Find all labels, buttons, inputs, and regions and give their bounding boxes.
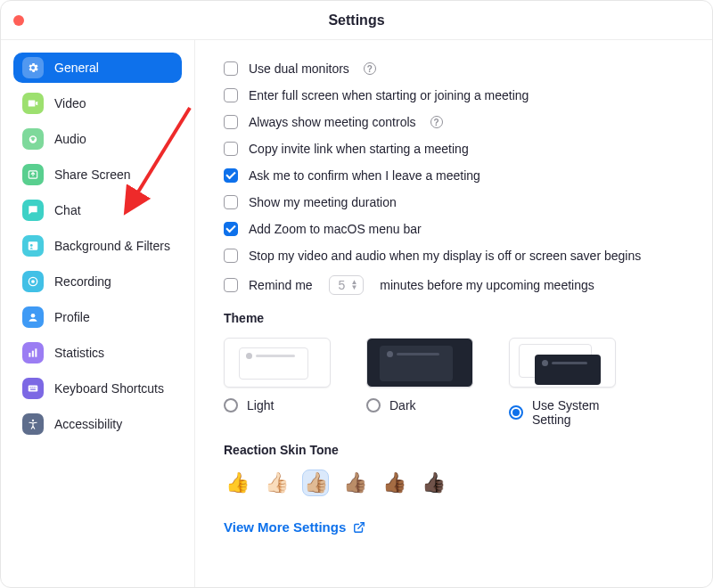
skin-tone-option[interactable]: 👍 [224,470,250,496]
sidebar: General Video Audio Share Screen Chat Ba… [1,40,195,587]
options-list: Use dual monitors ? Enter full screen wh… [224,61,684,263]
sidebar-item-label: Profile [54,310,90,324]
radio[interactable] [366,398,381,412]
checkbox[interactable] [224,115,238,129]
skin-tone-option[interactable]: 👍🏽 [341,470,368,496]
sidebar-item-general[interactable]: General [13,53,182,83]
theme-label: Dark [389,398,416,412]
remind-suffix: minutes before my upcoming meetings [380,278,594,292]
theme-label: Light [247,398,274,412]
checkbox[interactable] [224,249,238,263]
option-label: Use dual monitors [249,61,349,76]
radio[interactable] [224,398,238,412]
settings-content: Use dual monitors ? Enter full screen wh… [195,40,712,587]
theme-options: LightDarkUse System Setting [224,338,684,427]
option-label: Ask me to confirm when I leave a meeting [249,168,480,183]
sidebar-item-share-screen[interactable]: Share Screen [13,159,182,190]
stats-icon [22,342,44,363]
view-more-label: View More Settings [224,519,346,535]
skin-tone-option[interactable]: 👍🏿 [420,470,447,496]
settings-window: Settings General Video Audio Share Scree… [0,0,713,588]
skin-tone-option[interactable]: 👍🏼 [302,470,329,496]
svg-rect-8 [35,348,37,356]
sidebar-item-chat[interactable]: Chat [13,195,182,225]
svg-rect-6 [29,353,30,357]
kbd-icon [22,378,44,399]
radio[interactable] [509,405,523,420]
checkbox-remind[interactable] [224,278,238,292]
skin-heading: Reaction Skin Tone [224,443,684,457]
remind-minutes-value: 5 [339,278,346,292]
skin-tone-option[interactable]: 👍🏾 [381,470,407,496]
option-row: Add Zoom to macOS menu bar [224,222,684,236]
sidebar-item-statistics[interactable]: Statistics [13,338,182,368]
checkbox[interactable] [224,195,238,209]
gear-icon [22,57,44,78]
svg-rect-11 [32,387,33,388]
theme-option-use-system-setting[interactable]: Use System Setting [509,338,616,427]
option-label: Always show meeting controls [249,115,416,129]
sidebar-item-keyboard-shortcuts[interactable]: Keyboard Shortcuts [13,373,182,404]
option-label: Show my meeting duration [249,195,397,209]
skin-tone-option[interactable]: 👍🏻 [263,470,290,496]
svg-rect-9 [29,386,38,392]
external-link-icon [353,521,365,534]
titlebar: Settings [1,1,712,40]
sidebar-item-profile[interactable]: Profile [13,302,182,332]
svg-point-5 [31,314,36,318]
rec-icon [22,271,44,292]
svg-rect-10 [30,387,31,388]
sidebar-item-label: Statistics [54,346,104,360]
remind-prefix: Remind me [249,278,313,292]
theme-label: Use System Setting [532,398,616,427]
sidebar-item-audio[interactable]: Audio [13,124,182,154]
option-label: Stop my video and audio when my display … [249,249,641,263]
option-row: Copy invite link when starting a meeting [224,142,684,156]
svg-rect-7 [32,351,34,357]
option-label: Add Zoom to macOS menu bar [249,222,422,236]
sidebar-item-recording[interactable]: Recording [13,266,182,297]
chat-icon [22,200,44,221]
option-row: Stop my video and audio when my display … [224,249,684,263]
option-remind: Remind me 5 ▲▼ minutes before my upcomin… [224,275,684,295]
svg-rect-1 [29,241,38,249]
svg-point-15 [32,420,34,421]
option-row: Enter full screen when starting or joini… [224,88,684,102]
theme-option-light[interactable]: Light [224,338,331,427]
stepper-arrows-icon: ▲▼ [350,280,357,290]
checkbox[interactable] [224,61,238,76]
sidebar-item-label: General [54,61,99,75]
svg-point-2 [30,244,33,247]
svg-rect-12 [34,387,35,388]
view-more-settings-link[interactable]: View More Settings [224,519,684,535]
option-row: Use dual monitors ? [224,61,684,76]
close-traffic-light[interactable] [13,15,24,26]
option-row: Ask me to confirm when I leave a meeting [224,168,684,183]
checkbox[interactable] [224,222,238,236]
checkbox[interactable] [224,88,238,102]
sidebar-item-accessibility[interactable]: Accessibility [13,409,182,439]
sidebar-item-label: Accessibility [54,417,122,431]
help-icon[interactable]: ? [430,116,443,128]
option-row: Show my meeting duration [224,195,684,209]
svg-point-4 [31,280,35,283]
window-title: Settings [1,12,712,29]
option-label: Enter full screen when starting or joini… [249,88,529,102]
sidebar-item-background-filters[interactable]: Background & Filters [13,231,182,261]
share-icon [22,164,44,185]
help-icon[interactable]: ? [364,62,376,75]
sidebar-item-label: Video [54,96,86,110]
sidebar-item-label: Audio [54,132,86,146]
svg-rect-14 [30,389,36,390]
checkbox[interactable] [224,142,238,156]
option-row: Always show meeting controls ? [224,115,684,129]
sidebar-item-video[interactable]: Video [13,88,182,118]
theme-option-dark[interactable]: Dark [366,338,473,427]
remind-minutes-stepper[interactable]: 5 ▲▼ [329,275,365,295]
a11y-icon [22,413,44,435]
skin-tone-options: 👍👍🏻👍🏼👍🏽👍🏾👍🏿 [224,470,684,496]
sidebar-item-label: Recording [54,274,111,289]
sidebar-item-label: Chat [54,203,81,217]
svg-rect-13 [36,387,37,388]
checkbox[interactable] [224,168,238,183]
